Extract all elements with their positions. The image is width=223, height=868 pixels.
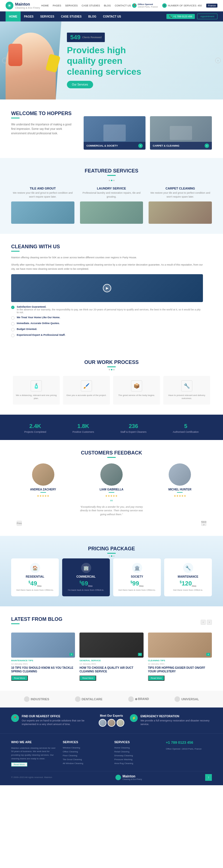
back-to-top-button[interactable]: ↑: [205, 774, 212, 781]
feedback-next-btn[interactable]: Next >: [201, 521, 206, 526]
hero-title-1: Provides high: [67, 45, 126, 55]
footer-experts-title: Meet Our Experts: [99, 714, 124, 717]
step-1: 🧴 We a distancing, relevant and one pric…: [13, 376, 60, 404]
pricing-desc-2: I'm back hack & more from CREA to.: [65, 589, 107, 592]
play-button[interactable]: ▶: [103, 284, 111, 292]
footer-link-8[interactable]: Driveway Cleaning: [114, 754, 160, 757]
hero-next-arrow[interactable]: ›: [215, 58, 221, 63]
nav-home[interactable]: HOME: [6, 11, 21, 22]
pricing-price-1: $49/mo: [14, 580, 56, 587]
blog-card-3: 4 Cleaning Tips 12 January 2021 TIPS FOR…: [148, 632, 212, 681]
welcome-card-commercial: COMMERCIAL & SOCIETY +: [84, 116, 146, 150]
step-4: 🔧 Have to prevent relevant and delivery …: [163, 376, 210, 404]
commercial-icon: +: [138, 144, 143, 148]
footer-top: 📍 FIND OUR NEAREST OFFICE Our experts ar…: [0, 708, 223, 734]
footer-services1-title: SERVICES: [63, 740, 109, 744]
step-icon-3: 📦: [131, 380, 142, 392]
footer-link-3[interactable]: Floor Cleaning: [63, 754, 109, 757]
top-nav-pages[interactable]: PAGES: [53, 4, 61, 7]
process-title: OUR WORK PROCESS: [11, 360, 212, 365]
feedback-card-3: MICHEL HUNTER ★★★★★: [148, 463, 212, 517]
footer-col-services1: SERVICES Window Cleaning Office Cleaning…: [63, 740, 109, 767]
top-nav-home[interactable]: HOME: [41, 4, 49, 7]
cleaning-desc-2: Shortly after opening, Founder Michael S…: [11, 263, 203, 271]
top-nav-case[interactable]: CASE STUDIES: [82, 4, 100, 7]
footer-link-9[interactable]: Pressure Washing: [114, 758, 160, 761]
footer-link-2[interactable]: Office Cleaning: [63, 750, 109, 753]
stat-2: 1.8K Positive Customers: [72, 421, 94, 433]
blog-header: LATEST FROM BLOG ‹ ›: [11, 616, 212, 628]
dot-1: [109, 180, 110, 181]
hero-person-area: [6, 27, 61, 99]
hero-section: 549 Clients Reviewed Provides high quali…: [0, 22, 223, 99]
stat-num-3: 236: [120, 421, 147, 430]
feedback-name-3: MICHEL HUNTER: [148, 488, 212, 491]
footer-link-10[interactable]: Area Rug Cleaning: [114, 762, 160, 765]
blog-read-btn-1[interactable]: Read More: [11, 676, 28, 681]
footer-link-7[interactable]: Retail Cleaning: [114, 750, 160, 753]
stat-num-4: 5: [173, 421, 199, 430]
pricing-title: PRICING PACKAGE: [11, 546, 212, 552]
featured-dots: [11, 180, 212, 181]
blog-read-btn-2[interactable]: Read More: [79, 676, 96, 681]
welcome-card-carpet: CARPET & CLEANING +: [150, 116, 212, 150]
nav-pages[interactable]: PAGES: [21, 11, 37, 22]
footer-col-services2: SERVICES Home Cleaning Retail Cleaning D…: [114, 740, 160, 767]
footer-link-5[interactable]: All Window Cleaning: [63, 762, 109, 765]
feedback-name-2: LIAM GABRIELLA: [79, 488, 143, 491]
blog-read-btn-3[interactable]: Read More: [148, 676, 165, 681]
nav-services[interactable]: SERVICES: [37, 11, 57, 22]
stat-label-4: Authorised Certification: [173, 431, 199, 433]
nav-blog[interactable]: BLOG: [85, 11, 100, 22]
blog-cat-1: Maintenance Tips: [11, 659, 75, 662]
nav-case-studies[interactable]: CASE STUDIES: [58, 11, 85, 22]
hero-cta-button[interactable]: Our Services: [67, 81, 93, 88]
language-flag[interactable]: France: [206, 4, 217, 7]
welcome-title: WELCOME TO HOPPERS: [11, 111, 75, 117]
feat-title-2: LAUNDRY SERVICE: [80, 187, 143, 190]
stat-label-2: Positive Customers: [72, 431, 94, 433]
hero-prev-arrow[interactable]: ‹: [2, 58, 8, 63]
feedback-navigation: Prev Next >: [11, 521, 212, 526]
office-label: Office Opened: [138, 3, 158, 6]
footer: WHO WE ARE Mainton undertook cleaning se…: [0, 734, 223, 785]
top-nav-services[interactable]: SERVICES: [65, 4, 77, 7]
brand-3: ◈ BRAND: [128, 696, 149, 702]
blog-badge-1: 2: [69, 653, 73, 656]
pricing-section: PRICING PACKAGE 🏠 RESIDENTIAL $49/mo Get…: [0, 536, 223, 606]
blog-next-btn[interactable]: ›: [207, 620, 212, 625]
top-nav-blog[interactable]: BLOG: [104, 4, 111, 7]
featured-item-1: TILE AND GROUT We restore your tile and …: [11, 187, 74, 224]
nav-contact[interactable]: CONTACT US: [99, 11, 124, 22]
blog-badge-3: 4: [206, 653, 210, 656]
footer-link-4[interactable]: Tile Grout Cleaning: [63, 758, 109, 761]
welcome-inner: WELCOME TO HOPPERS We understand the imp…: [11, 111, 212, 150]
footer-logo-text-wrap: Mainton Cleaning & Eco Finery: [123, 774, 142, 780]
welcome-desc: We understand the importance of making a…: [11, 122, 75, 136]
blog-card-2: 3 General Service 12 January 2021 HOW TO…: [79, 632, 143, 681]
feature-text-1: Satisfaction Guaranteed. In the absence …: [17, 305, 203, 314]
feedback-cards: ANDREA ZACHERY ★★★★★ LIAM GABRIELLA ★★★★…: [11, 463, 212, 517]
pdot-2: [111, 369, 112, 370]
blog-post-title-1: 10 TIPS YOU SHOULD KNOW AS YOU TACKLE SP…: [11, 666, 75, 673]
appointment-button[interactable]: Appointment: [197, 14, 217, 19]
blog-prev-btn[interactable]: ‹: [201, 620, 206, 625]
main-nav: HOME PAGES SERVICES CASE STUDIES BLOG CO…: [0, 11, 223, 22]
hero-badge-num: 549: [70, 34, 81, 41]
feature-3: Immediate. Accurate Online Quotes.: [11, 322, 203, 326]
footer-cols: WHO WE ARE Mainton undertook cleaning se…: [11, 740, 212, 767]
footer-link-6[interactable]: Home Cleaning: [114, 746, 160, 749]
logo-icon: [6, 2, 13, 9]
footer-who-title: WHO WE ARE: [11, 740, 57, 744]
top-nav-contact[interactable]: CONTACT US: [115, 4, 131, 7]
footer-link-1[interactable]: Window Cleaning: [63, 746, 109, 749]
feat-img-1: [11, 202, 74, 224]
brand3-label: ◈ BRAND: [135, 697, 149, 701]
footer-read-more-btn[interactable]: Read More: [11, 763, 27, 767]
glove: [45, 54, 61, 73]
pricing-type-1: RESIDENTIAL: [14, 575, 56, 578]
hero-content: 549 Clients Reviewed Provides high quali…: [67, 33, 141, 88]
feedback-prev-btn[interactable]: Prev: [17, 521, 22, 526]
footer-services1-links: Window Cleaning Office Cleaning Floor Cl…: [63, 746, 109, 765]
phone-number: +1 789 0123 456: [173, 15, 192, 18]
